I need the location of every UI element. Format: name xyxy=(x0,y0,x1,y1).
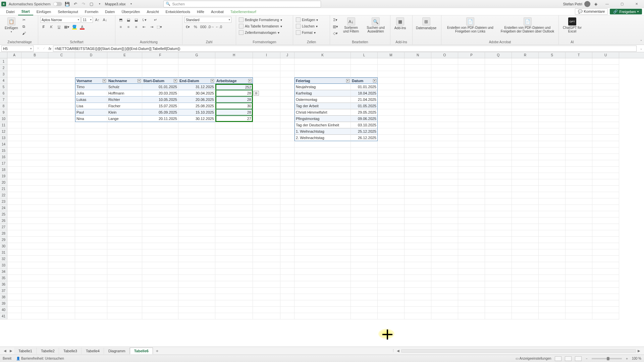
cell[interactable] xyxy=(512,205,539,211)
cell[interactable] xyxy=(7,205,21,211)
cell[interactable]: 2. Weihnachtstag xyxy=(294,135,351,141)
cell[interactable] xyxy=(485,281,512,288)
cell[interactable] xyxy=(485,211,512,218)
cell-styles-button[interactable]: Zellenformatvorlagen ▾ xyxy=(238,29,280,36)
cell[interactable] xyxy=(294,243,351,249)
cell[interactable] xyxy=(142,58,178,65)
cell[interactable] xyxy=(539,160,566,167)
cell[interactable] xyxy=(351,154,378,160)
cell[interactable] xyxy=(107,237,142,243)
cell[interactable] xyxy=(75,307,107,313)
cell[interactable] xyxy=(485,116,512,122)
row-header[interactable]: 1 xyxy=(0,58,7,65)
cell[interactable] xyxy=(539,294,566,300)
cell[interactable] xyxy=(107,141,142,147)
cell[interactable] xyxy=(592,179,619,186)
cell[interactable] xyxy=(253,58,280,65)
cell[interactable] xyxy=(405,167,431,173)
cell[interactable]: Julia xyxy=(75,90,107,97)
cell[interactable] xyxy=(458,218,485,224)
cell[interactable] xyxy=(253,256,280,262)
format-cells-button[interactable]: Format ▾ xyxy=(295,29,316,36)
cell[interactable] xyxy=(592,71,619,77)
sort-filter-button[interactable]: A↓ Sortieren und Filtern xyxy=(340,17,362,34)
cell[interactable] xyxy=(431,313,458,319)
column-header[interactable]: A xyxy=(7,52,21,58)
cell[interactable] xyxy=(405,77,431,84)
cell[interactable] xyxy=(458,313,485,319)
cell[interactable] xyxy=(48,288,75,294)
cell[interactable]: Lukas xyxy=(75,97,107,103)
cell[interactable] xyxy=(539,58,566,65)
cell[interactable] xyxy=(142,179,178,186)
font-name-select[interactable]: Aptos Narrow▾ xyxy=(40,17,80,23)
cell[interactable] xyxy=(7,167,21,173)
cell[interactable] xyxy=(431,243,458,249)
cell[interactable]: 30.04.2025 xyxy=(178,90,215,97)
cell[interactable] xyxy=(142,173,178,179)
cell[interactable] xyxy=(48,173,75,179)
cell[interactable] xyxy=(280,97,294,103)
cell[interactable] xyxy=(592,154,619,160)
cell[interactable] xyxy=(107,294,142,300)
underline-icon[interactable]: U xyxy=(56,24,62,30)
ribbon-tab-hilfe[interactable]: Hilfe xyxy=(194,8,208,15)
cell[interactable] xyxy=(253,160,280,167)
cell[interactable]: 01.01.2025 xyxy=(351,84,378,90)
qat-dropdown-icon[interactable]: ▾ xyxy=(97,1,102,7)
cell[interactable] xyxy=(107,224,142,230)
cell[interactable] xyxy=(485,198,512,205)
cell[interactable] xyxy=(75,128,107,135)
cell[interactable] xyxy=(253,109,280,116)
cell[interactable] xyxy=(178,307,215,313)
merge-icon[interactable]: ⬚▾ xyxy=(156,24,163,30)
cell[interactable] xyxy=(178,122,215,128)
cell[interactable] xyxy=(485,230,512,237)
cell[interactable] xyxy=(107,307,142,313)
cell[interactable] xyxy=(351,167,378,173)
cell[interactable] xyxy=(7,160,21,167)
cell[interactable] xyxy=(21,230,48,237)
cell[interactable] xyxy=(485,58,512,65)
cell[interactable] xyxy=(215,205,253,211)
cell[interactable] xyxy=(253,135,280,141)
cell[interactable] xyxy=(294,173,351,179)
cell[interactable] xyxy=(48,211,75,218)
ribbon-tab-formeln[interactable]: Formeln xyxy=(82,8,102,15)
cell[interactable] xyxy=(405,281,431,288)
decrease-indent-icon[interactable]: ⇤ xyxy=(141,24,147,30)
cell[interactable] xyxy=(7,65,21,71)
cell[interactable] xyxy=(378,160,405,167)
cell[interactable]: Karfreitag xyxy=(294,90,351,97)
cell[interactable] xyxy=(566,300,592,307)
cell[interactable] xyxy=(458,160,485,167)
cell[interactable] xyxy=(178,154,215,160)
cell[interactable] xyxy=(178,268,215,275)
cell[interactable] xyxy=(280,84,294,90)
cell[interactable] xyxy=(7,262,21,268)
cell[interactable] xyxy=(7,84,21,90)
data-analysis-button[interactable]: ⊞ Datenanalyse xyxy=(415,17,438,31)
row-header[interactable]: 6 xyxy=(0,90,7,97)
cell[interactable] xyxy=(566,167,592,173)
cell[interactable] xyxy=(458,147,485,154)
cell[interactable] xyxy=(378,275,405,281)
cell[interactable] xyxy=(7,186,21,192)
cell[interactable] xyxy=(294,288,351,294)
cell[interactable] xyxy=(431,135,458,141)
row-header[interactable]: 35 xyxy=(0,275,7,281)
cell[interactable] xyxy=(378,186,405,192)
cell[interactable]: Hoffmann xyxy=(107,90,142,97)
cell[interactable] xyxy=(294,230,351,237)
cell[interactable] xyxy=(351,186,378,192)
cell[interactable] xyxy=(405,122,431,128)
row-header[interactable]: 9 xyxy=(0,109,7,116)
cell[interactable] xyxy=(280,275,294,281)
cell[interactable] xyxy=(405,243,431,249)
column-header[interactable]: G xyxy=(178,52,215,58)
cell[interactable] xyxy=(566,281,592,288)
cell[interactable] xyxy=(48,77,75,84)
column-header[interactable]: M xyxy=(378,52,405,58)
cell[interactable] xyxy=(592,294,619,300)
cell[interactable] xyxy=(431,147,458,154)
